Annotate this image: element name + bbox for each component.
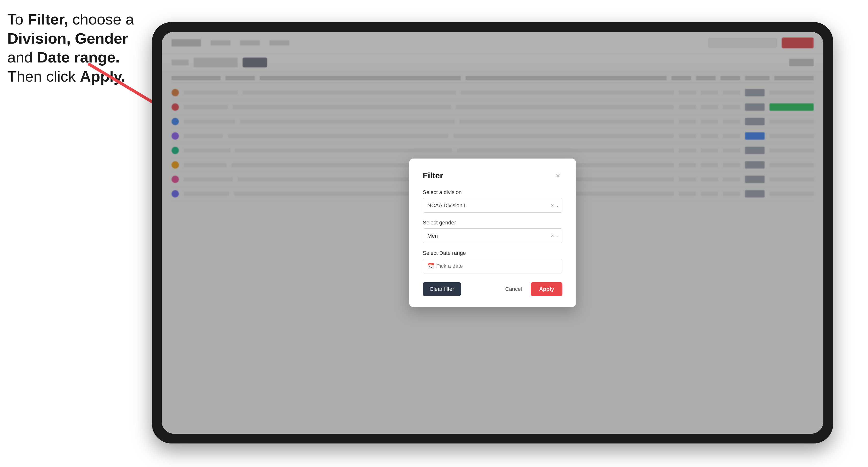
bold-filter: Filter,	[28, 11, 68, 28]
filter-modal: Filter × Select a division NCAA Division…	[409, 158, 576, 307]
tablet-screen: Filter × Select a division NCAA Division…	[162, 32, 824, 434]
division-clear-icon[interactable]: ×	[551, 203, 554, 208]
bold-apply: Apply.	[80, 68, 125, 85]
modal-title: Filter	[423, 171, 443, 180]
instruction-text: To Filter, choose a Division, Gender and…	[7, 10, 150, 86]
gender-clear-icon[interactable]: ×	[551, 233, 554, 238]
tablet-device: Filter × Select a division NCAA Division…	[152, 22, 833, 443]
bold-division-gender: Division, Gender	[7, 30, 128, 47]
division-select-wrapper: NCAA Division I NCAA Division II NCAA Di…	[423, 198, 562, 213]
division-select[interactable]: NCAA Division I NCAA Division II NCAA Di…	[423, 198, 562, 213]
modal-close-button[interactable]: ×	[554, 171, 562, 180]
modal-overlay: Filter × Select a division NCAA Division…	[162, 32, 824, 434]
division-select-icons: × ⌄	[551, 203, 559, 208]
date-input-wrapper: 📅	[423, 259, 562, 274]
gender-select-icons: × ⌄	[551, 233, 559, 238]
date-input[interactable]	[423, 259, 562, 274]
gender-label: Select gender	[423, 220, 562, 226]
gender-select[interactable]: Men Women Co-ed	[423, 228, 562, 243]
gender-arrow-icon: ⌄	[556, 234, 559, 238]
date-form-group: Select Date range 📅	[423, 250, 562, 274]
division-label: Select a division	[423, 189, 562, 195]
modal-footer-right: Cancel Apply	[501, 282, 562, 296]
division-form-group: Select a division NCAA Division I NCAA D…	[423, 189, 562, 213]
gender-form-group: Select gender Men Women Co-ed × ⌄	[423, 220, 562, 243]
clear-filter-button[interactable]: Clear filter	[423, 282, 461, 296]
apply-button[interactable]: Apply	[531, 282, 562, 296]
modal-header: Filter ×	[423, 171, 562, 180]
gender-select-wrapper: Men Women Co-ed × ⌄	[423, 228, 562, 243]
bold-date-range: Date range.	[37, 49, 120, 66]
cancel-button[interactable]: Cancel	[501, 282, 526, 296]
modal-footer: Clear filter Cancel Apply	[423, 282, 562, 296]
calendar-icon: 📅	[427, 263, 434, 270]
date-label: Select Date range	[423, 250, 562, 256]
division-arrow-icon: ⌄	[556, 203, 559, 208]
